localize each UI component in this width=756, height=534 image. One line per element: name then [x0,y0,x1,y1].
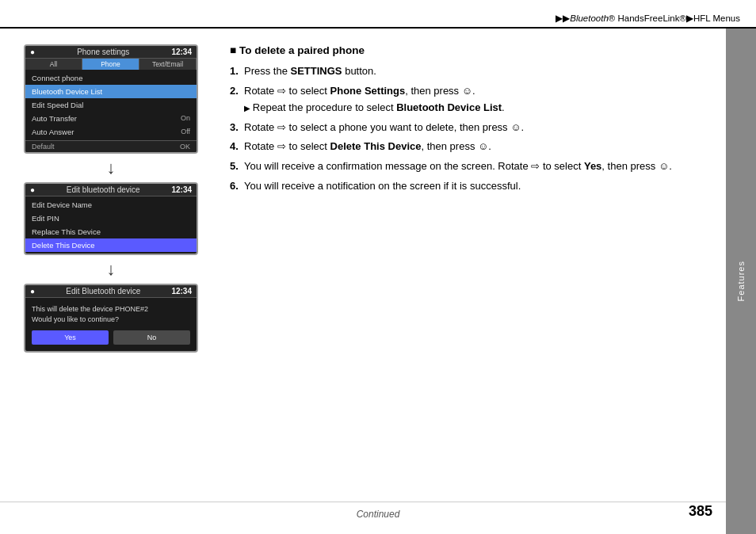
menu-delete-device: Delete This Device [25,238,197,252]
screen3-confirm-msg: This will delete the device PHONE#2 Woul… [25,298,197,327]
knob-icon-5: ⇨ [531,159,540,174]
screen2-menu: Edit Device Name Edit PIN Replace This D… [25,196,197,254]
step-2: 2. Rotate ⇨ to select Phone Settings, th… [230,84,710,116]
tab-phone: Phone [82,59,139,70]
menu-replace-device: Replace This Device [25,225,197,238]
knob-icon-4: ⇨ [277,139,286,154]
features-sidebar: Features [726,29,756,534]
step-3-num: 3. [230,120,244,135]
screen3-title: Edit Bluetooth device [66,287,140,296]
screen1: ● Phone settings 12:34 All Phone Text/Em… [24,44,198,154]
screen2-gear: ● [30,185,35,194]
screen3-time: 12:34 [171,287,192,296]
screen1-title: Phone settings [77,48,129,56]
right-panel: To delete a paired phone 1. Press the SE… [214,29,726,502]
menu-edit-device-name: Edit Device Name [25,198,197,212]
screen3-gear: ● [30,287,35,296]
screen1-header: ● Phone settings 12:34 [25,46,197,59]
screen2-title: Edit bluetooth device [67,185,140,194]
screen2-header: ● Edit bluetooth device 12:34 [25,184,197,196]
continued-label: Continued [357,509,400,520]
header-text: ▶▶Bluetooth® HandsFreeLink®▶HFL Menus [556,13,740,24]
step-2-sub: Repeat the procedure to select Bluetooth… [244,101,710,116]
menu-edit-pin: Edit PIN [25,212,197,225]
page-header: ▶▶Bluetooth® HandsFreeLink®▶HFL Menus [0,0,756,29]
menu-bluetooth-device-list: Bluetooth Device List [25,85,197,98]
knob-icon-3: ⇨ [277,120,286,135]
step-6-text: You will receive a notification on the s… [244,179,710,194]
steps-list: 1. Press the SETTINGS button. 2. Rotate … [230,64,710,194]
menu-connect-phone: Connect phone [25,71,197,85]
footer-ok: OK [180,143,190,151]
screen1-footer: Default OK [25,140,197,152]
screen1-gear: ● [30,48,35,56]
step-1-text: Press the SETTINGS button. [244,64,710,79]
confirm-line2: Would you like to continue? [32,315,119,323]
left-panel: ● Phone settings 12:34 All Phone Text/Em… [0,29,214,502]
step-5: 5. You will receive a confirmation messa… [230,159,710,174]
menu-auto-transfer: Auto TransferOn [25,112,197,125]
section-title: To delete a paired phone [230,44,710,56]
step-4: 4. Rotate ⇨ to select Delete This Device… [230,139,710,154]
main-content: ● Phone settings 12:34 All Phone Text/Em… [0,29,726,502]
screen3-header: ● Edit Bluetooth device 12:34 [25,285,197,298]
step-5-text: You will receive a confirmation message … [244,159,710,174]
screen1-time: 12:34 [171,48,192,56]
step-4-text: Rotate ⇨ to select Delete This Device, t… [244,139,710,154]
step-6: 6. You will receive a notification on th… [230,179,710,194]
tab-all: All [25,59,82,70]
footer-default: Default [32,143,55,151]
step-2-text: Rotate ⇨ to select Phone Settings, then … [244,84,710,116]
confirm-yes-btn[interactable]: Yes [32,330,109,345]
step-1-num: 1. [230,64,244,79]
step-4-num: 4. [230,139,244,154]
step-6-num: 6. [230,179,244,194]
down-arrow-2: ↓ [107,255,116,284]
screen1-menu: Connect phone Bluetooth Device List Edit… [25,70,197,140]
confirm-no-btn[interactable]: No [113,330,190,345]
screen2-time: 12:34 [171,185,192,194]
screen1-tabs: All Phone Text/Email [25,59,197,70]
tab-textemail: Text/Email [139,59,197,70]
screen3: ● Edit Bluetooth device 12:34 This will … [24,284,198,353]
menu-edit-speed-dial: Edit Speed Dial [25,98,197,112]
screen3-buttons: Yes No [25,327,197,351]
step-2-num: 2. [230,84,244,116]
bottom-divider [0,502,726,502]
confirm-line1: This will delete the device PHONE#2 [32,305,148,313]
screen2: ● Edit bluetooth device 12:34 Edit Devic… [24,182,198,255]
knob-icon-2: ⇨ [277,84,286,99]
sidebar-label: Features [736,261,746,301]
menu-auto-answer: Auto AnswerOff [25,125,197,139]
step-3: 3. Rotate ⇨ to select a phone you want t… [230,120,710,135]
step-3-text: Rotate ⇨ to select a phone you want to d… [244,120,710,135]
step-1: 1. Press the SETTINGS button. [230,64,710,79]
step-5-num: 5. [230,159,244,174]
page-number: 385 [689,503,712,520]
down-arrow-1: ↓ [107,154,116,182]
